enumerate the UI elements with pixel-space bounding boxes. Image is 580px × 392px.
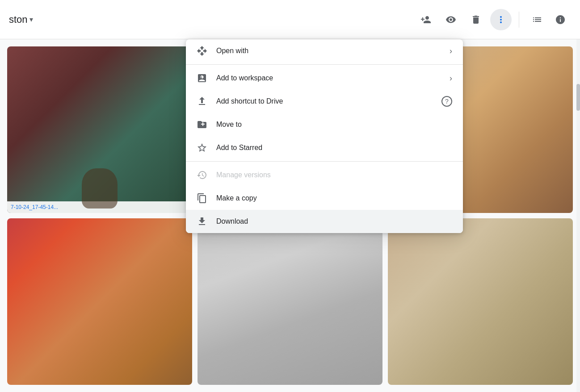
- menu-item-make-copy[interactable]: Make a copy: [186, 187, 463, 210]
- menu-item-add-shortcut[interactable]: Add shortcut to Drive ?: [186, 90, 463, 113]
- scrollbar-thumb[interactable]: [576, 84, 580, 111]
- info-icon: [555, 14, 566, 25]
- right-icons: [526, 9, 571, 30]
- add-shortcut-icon: [197, 96, 207, 107]
- preview-button[interactable]: [440, 9, 462, 30]
- add-person-icon: [420, 14, 431, 25]
- title-chevron-icon[interactable]: ▾: [29, 15, 33, 24]
- list-view-icon: [532, 14, 542, 25]
- header-divider: [519, 12, 519, 28]
- photo-label-1: 7-10-24_17-45-14...: [7, 201, 192, 213]
- more-options-button[interactable]: [490, 9, 512, 30]
- header-title: ston ▾: [9, 14, 33, 25]
- header-actions: [415, 9, 571, 30]
- photo-filename-1: 7-10-24_17-45-14...: [11, 204, 58, 210]
- make-copy-label: Make a copy: [216, 194, 452, 202]
- header-title-text: ston: [9, 14, 28, 25]
- photo-cell-5[interactable]: [198, 218, 382, 385]
- context-menu: Open with › Add to workspace › Add short…: [186, 39, 463, 233]
- scrollbar-track[interactable]: [576, 39, 580, 392]
- menu-item-move-to[interactable]: Move to: [186, 113, 463, 136]
- photo-cell-4[interactable]: [7, 218, 192, 385]
- shortcut-help-icon[interactable]: ?: [441, 96, 452, 107]
- header: ston ▾: [0, 0, 580, 39]
- list-view-button[interactable]: [526, 9, 548, 30]
- move-to-label: Move to: [216, 121, 452, 129]
- star-icon: [197, 142, 207, 153]
- add-starred-label: Add to Starred: [216, 144, 452, 152]
- menu-item-manage-versions: Manage versions: [186, 163, 463, 187]
- add-shortcut-label: Add shortcut to Drive: [216, 97, 433, 105]
- three-dots-icon: [496, 14, 506, 25]
- manage-versions-label: Manage versions: [216, 171, 452, 179]
- menu-divider-1: [186, 64, 463, 65]
- move-to-icon: [197, 119, 207, 130]
- open-with-label: Open with: [216, 47, 441, 55]
- eye-icon: [446, 14, 456, 25]
- open-with-arrow-icon: ›: [450, 46, 452, 56]
- trash-icon: [471, 14, 481, 25]
- menu-item-add-starred[interactable]: Add to Starred: [186, 136, 463, 159]
- download-icon: [197, 216, 207, 227]
- copy-icon: [197, 193, 207, 204]
- delete-button[interactable]: [465, 9, 487, 30]
- open-with-icon: [197, 46, 207, 56]
- add-workspace-icon: [197, 73, 207, 83]
- menu-item-add-workspace[interactable]: Add to workspace ›: [186, 67, 463, 90]
- info-button[interactable]: [550, 9, 571, 30]
- download-label: Download: [216, 217, 452, 225]
- manage-versions-icon: [197, 170, 207, 180]
- menu-item-open-with[interactable]: Open with ›: [186, 39, 463, 63]
- menu-divider-2: [186, 161, 463, 162]
- add-workspace-label: Add to workspace: [216, 74, 441, 82]
- photo-cell-1[interactable]: 7-10-24_17-45-14...: [7, 46, 192, 213]
- add-person-button[interactable]: [415, 9, 437, 30]
- menu-item-download[interactable]: Download: [186, 210, 463, 233]
- add-workspace-arrow-icon: ›: [450, 74, 452, 83]
- photo-cell-6[interactable]: [388, 218, 573, 385]
